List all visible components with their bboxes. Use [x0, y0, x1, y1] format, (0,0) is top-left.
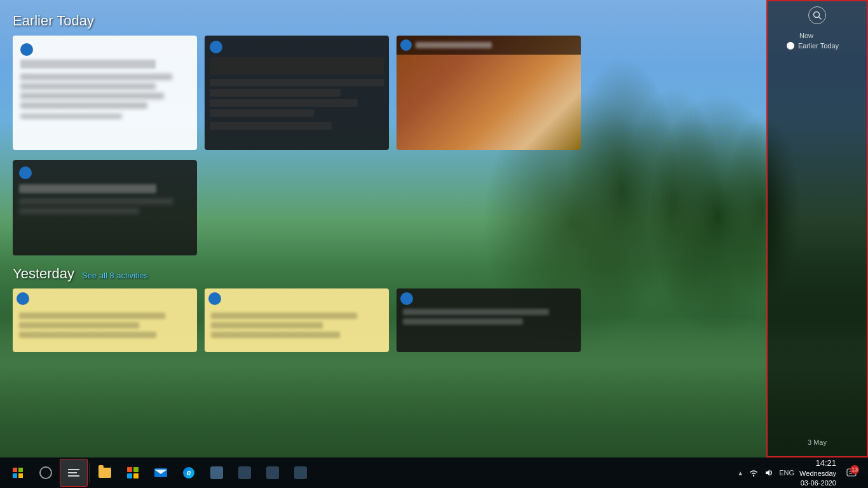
card-text-4 [20, 102, 147, 109]
action-center-button[interactable]: 13 [841, 463, 862, 483]
clock-display[interactable]: 14:21 Wednesday 03-06-2020 [799, 458, 836, 488]
language-button[interactable]: ENG [779, 469, 794, 477]
start-button[interactable] [4, 459, 32, 487]
app-icon-8 [294, 466, 307, 479]
notification-badge: 13 [850, 465, 859, 474]
activity-card-y3[interactable] [397, 288, 581, 352]
activity-view: Earlier Today [0, 0, 763, 458]
card-y1-text1 [19, 313, 165, 319]
timeline-label-earlier: Earlier Today [787, 42, 839, 50]
app-icon-6 [238, 466, 251, 479]
taskbar-separator-1 [89, 463, 90, 483]
app-icon-dot [20, 43, 33, 56]
timeline-search-button[interactable] [808, 6, 826, 24]
store-icon [127, 467, 139, 478]
card-content-1 [210, 79, 384, 86]
app-icon-y3 [400, 292, 413, 305]
timeline-label-3may: 3 May [808, 438, 827, 446]
cortana-icon [39, 466, 52, 479]
task-view-icon [68, 469, 79, 477]
card4-text2 [19, 208, 139, 214]
wifi-button[interactable] [749, 468, 759, 477]
language-label: ENG [779, 469, 794, 477]
card-y1-text2 [19, 322, 139, 329]
time-value: 14:21 [799, 458, 836, 469]
app-icon-y2 [208, 292, 221, 305]
volume-button[interactable] [764, 468, 774, 477]
card4-title [19, 184, 156, 193]
card-title-blur [20, 60, 156, 69]
activity-card-1[interactable] [13, 36, 197, 150]
store-button[interactable] [119, 459, 147, 487]
earlier-today-row-2 [13, 160, 750, 255]
volume-icon [764, 468, 774, 477]
timeline-earlier-text: Earlier Today [798, 42, 839, 50]
app-icon-y1 [17, 292, 29, 305]
search-button[interactable] [32, 459, 60, 487]
activity-card-2[interactable] [205, 36, 389, 150]
timeline-panel: Now Earlier Today 3 May [766, 0, 868, 458]
card-y2-text3 [211, 332, 340, 338]
card-y3-text2 [403, 318, 523, 325]
taskbar-btn-7[interactable] [259, 459, 287, 487]
card-content-4 [210, 109, 314, 117]
see-all-link[interactable]: See all 8 activities [82, 271, 148, 280]
wifi-icon [749, 468, 759, 477]
card-text-3 [20, 93, 164, 99]
taskbar-btn-6[interactable] [231, 459, 259, 487]
card-link [20, 114, 122, 119]
date-value: 03-06-2020 [799, 478, 836, 488]
svg-line-1 [819, 17, 822, 20]
system-tray: ▲ ENG 14:21 Wednesday 03-06-2020 [737, 458, 864, 488]
card-text-2 [20, 83, 156, 90]
card-y2-text1 [211, 313, 357, 319]
app-icon-dot-4 [19, 166, 32, 179]
mail-icon [154, 468, 167, 477]
card-content-3 [210, 99, 358, 107]
activity-card-3[interactable] [397, 36, 581, 150]
timeline-dot-earlier [787, 42, 794, 50]
card3-title [416, 42, 492, 48]
timeline-label-now: Now [799, 32, 813, 39]
app-icon-5 [210, 466, 223, 479]
windows-logo-icon [13, 468, 23, 478]
chevron-up-icon: ▲ [737, 470, 743, 477]
card-text-1 [20, 74, 172, 80]
show-hidden-icons-button[interactable]: ▲ [737, 470, 743, 477]
card-y1-text3 [19, 332, 156, 338]
file-explorer-button[interactable] [91, 459, 119, 487]
app-icon-dot-2 [210, 41, 222, 53]
card-y3-text1 [403, 309, 549, 315]
yesterday-header: Yesterday See all 8 activities [13, 266, 750, 282]
app-icon-7 [266, 466, 279, 479]
activity-card-y1[interactable] [13, 288, 197, 352]
taskbar-btn-8[interactable] [287, 459, 315, 487]
edge-icon [183, 467, 194, 478]
earlier-today-cards [13, 36, 750, 150]
earlier-today-header: Earlier Today [13, 13, 750, 29]
activity-card-4[interactable] [13, 160, 197, 255]
yesterday-cards [13, 288, 750, 352]
card-content-5 [210, 122, 332, 130]
task-view-button[interactable] [60, 459, 88, 487]
taskbar-btn-5[interactable] [203, 459, 231, 487]
card3-icon [400, 39, 412, 51]
mail-button[interactable] [147, 459, 175, 487]
taskbar: ▲ ENG 14:21 Wednesday 03-06-2020 [0, 458, 868, 488]
timeline-track: Now Earlier Today 3 May [768, 32, 867, 451]
folder-icon [98, 468, 111, 478]
card4-text1 [19, 198, 173, 205]
card-content-2 [210, 89, 341, 97]
earlier-today-title: Earlier Today [13, 13, 94, 29]
day-value: Wednesday [799, 469, 836, 478]
card-y2-text2 [211, 322, 323, 329]
yesterday-title: Yesterday [13, 266, 74, 282]
edge-button[interactable] [175, 459, 203, 487]
card-dark-header [210, 57, 384, 75]
activity-card-y2[interactable] [205, 288, 389, 352]
